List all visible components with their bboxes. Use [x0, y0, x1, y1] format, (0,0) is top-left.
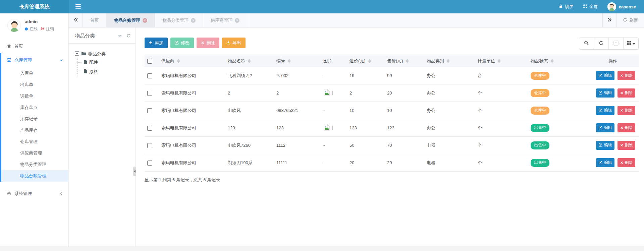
row-checkbox[interactable] [147, 161, 152, 166]
row-checkbox[interactable] [147, 73, 152, 78]
export-button[interactable]: 导出 [222, 38, 246, 48]
tree-refresh-icon[interactable] [126, 34, 131, 39]
column-header-sell-price[interactable]: 售价(元) [384, 55, 424, 67]
cell-buy-price: 20 [347, 154, 384, 172]
tab-supplier-mgmt[interactable]: 供应商管理 ✕ [203, 13, 247, 27]
sidebar-item-warehouse-mgmt[interactable]: 仓库管理 [1, 136, 68, 147]
row-edit-button[interactable]: 编辑 [596, 158, 614, 167]
tab-close-icon[interactable]: ✕ [235, 18, 239, 23]
tabs-scroll-right-button[interactable] [602, 13, 616, 27]
column-header-status[interactable]: 物品状态 [528, 55, 587, 67]
detail-view-button[interactable] [609, 38, 624, 49]
tab-close-icon[interactable]: ✕ [191, 18, 196, 23]
delete-button[interactable]: 删除 [197, 38, 219, 48]
row-delete-button[interactable]: 删除 [618, 123, 635, 132]
image-alt-caret [332, 126, 333, 130]
sidebar-group-label: 仓库管理 [14, 57, 32, 63]
row-edit-button[interactable]: 编辑 [596, 71, 614, 80]
row-checkbox[interactable] [147, 91, 152, 96]
cell-code: 1112 [274, 137, 321, 154]
sidebar-item-ledger-mgmt[interactable]: 物品台账管理 [1, 170, 68, 182]
row-checkbox[interactable] [147, 108, 152, 113]
column-header-unit[interactable]: 计量单位 [475, 55, 528, 67]
row-edit-button[interactable]: 编辑 [596, 88, 614, 98]
tab-close-icon[interactable]: ✕ [143, 18, 147, 23]
row-checkbox[interactable] [147, 143, 152, 148]
row-delete-button[interactable]: 删除 [618, 158, 635, 167]
row-delete-button[interactable]: 删除 [618, 88, 635, 98]
fullscreen-button[interactable]: 全屏 [583, 4, 598, 10]
row-delete-button[interactable]: 删除 [618, 141, 635, 150]
row-checkbox[interactable] [147, 126, 152, 131]
row-delete-button[interactable]: 删除 [618, 71, 635, 80]
row-edit-button[interactable]: 编辑 [596, 141, 614, 150]
table-row: 索玛电机有限公司 剃须刀190系 11111 - 20 29 电器 个 出售中 … [145, 154, 639, 172]
broken-image-icon [323, 89, 330, 97]
chevron-down-icon [59, 58, 63, 63]
sidebar-toggle-button[interactable] [69, 0, 88, 13]
cell-sell-price: 20 [384, 84, 424, 102]
x-icon [620, 108, 623, 113]
row-edit-button[interactable]: 编辑 [596, 106, 614, 115]
x-icon [620, 143, 623, 148]
tree-node-label[interactable]: 配件 [89, 59, 98, 65]
cell-name: 电吹风 [225, 102, 274, 119]
row-edit-button[interactable]: 编辑 [596, 123, 614, 132]
sidebar-avatar [7, 19, 21, 32]
sidebar-group-system-header[interactable]: 系统管理 [0, 186, 68, 201]
tab-item-ledger[interactable]: 物品台账管理 ✕ [107, 13, 155, 27]
tree-node-label[interactable]: 原料 [89, 69, 98, 75]
lock-screen-button[interactable]: 锁屏 [559, 4, 574, 10]
tab-refresh-button[interactable]: 刷新 [616, 13, 644, 27]
sort-icon [368, 59, 371, 63]
modify-button[interactable]: 修改 [170, 38, 194, 48]
column-header-category[interactable]: 物品类别 [424, 55, 475, 67]
cell-unit: 台 [475, 67, 528, 84]
sidebar-item-home[interactable]: 首页 [0, 40, 68, 53]
collapse-arrow-icon [134, 170, 136, 173]
column-header-image: 图片 [321, 55, 347, 67]
sidebar-item-inbound[interactable]: 入库单 [1, 68, 68, 79]
refresh-button[interactable] [594, 38, 609, 49]
tabs-scroll-left-button[interactable] [69, 13, 83, 27]
edit-icon [175, 41, 179, 46]
sidebar-item-product-stock[interactable]: 产品库存 [1, 125, 68, 136]
cell-supplier: 索玛电机有限公司 [159, 154, 225, 172]
sidebar-item-outbound[interactable]: 出库单 [1, 79, 68, 90]
search-button[interactable] [579, 38, 594, 49]
double-chevron-left-icon [73, 18, 78, 23]
tree-panel-collapse-handle[interactable] [133, 167, 136, 176]
tree-collapse-box-icon[interactable] [75, 51, 79, 57]
select-all-checkbox[interactable] [147, 59, 152, 64]
sidebar-item-transfer[interactable]: 调拨单 [1, 90, 68, 102]
x-icon [620, 126, 623, 130]
tree-collapse-icon[interactable] [118, 34, 122, 39]
sidebar-item-stock-records[interactable]: 库存记录 [1, 113, 68, 125]
user-menu[interactable]: easense [607, 2, 636, 11]
sidebar-item-stocktake[interactable]: 库存盘点 [1, 102, 68, 113]
cell-image-dash: - [323, 108, 325, 113]
add-button[interactable]: 添加 [145, 38, 168, 48]
tab-category-mgmt[interactable]: 物品分类管理 ✕ [155, 13, 203, 27]
tree-node-child[interactable]: 原料 [77, 67, 132, 76]
logout-button[interactable]: 注销 [41, 26, 54, 32]
caret-down-icon [633, 41, 635, 46]
column-header-buy-price[interactable]: 进价(元) [347, 55, 384, 67]
file-icon [84, 69, 87, 74]
export-button-label: 导出 [232, 40, 241, 46]
tree-node-child[interactable]: 配件 [77, 58, 132, 67]
cell-category: 办公 [424, 67, 475, 84]
sidebar-item-supplier-mgmt[interactable]: 供应商管理 [1, 147, 68, 159]
column-header-code[interactable]: 编号 [274, 55, 321, 67]
column-header-name[interactable]: 物品名称 [225, 55, 274, 67]
tab-home[interactable]: 首页 [83, 13, 107, 27]
tree-node-root[interactable]: 物品分类 [75, 51, 132, 57]
sidebar-group-warehouse-header[interactable]: 仓库管理 [1, 53, 68, 68]
sidebar-item-category-mgmt[interactable]: 物品分类管理 [1, 159, 68, 170]
table-row: 索玛电机有限公司 2 2 2 20 办公 个 仓库中 编辑 删除 [145, 84, 639, 102]
row-delete-button[interactable]: 删除 [618, 106, 635, 115]
columns-button[interactable] [624, 38, 638, 49]
category-tree: 物品分类 配件 原料 [69, 44, 136, 76]
column-header-supplier[interactable]: 供应商 [159, 55, 225, 67]
tree-node-label[interactable]: 物品分类 [88, 51, 106, 57]
